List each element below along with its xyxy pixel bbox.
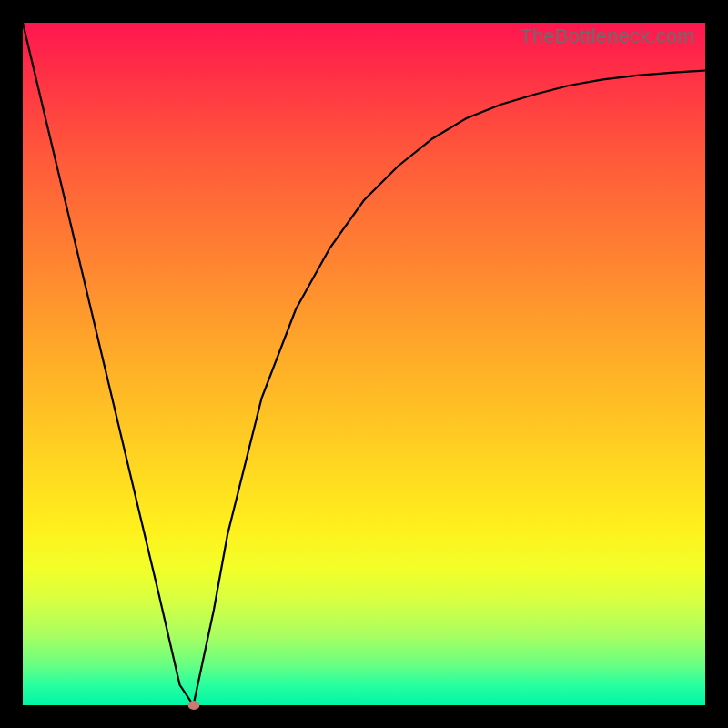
plot-area: TheBottleneck.com (23, 23, 705, 705)
watermark-text: TheBottleneck.com (520, 25, 694, 48)
optimal-point-marker (187, 701, 199, 710)
bottleneck-curve (23, 23, 705, 705)
chart-frame: TheBottleneck.com (0, 0, 728, 728)
